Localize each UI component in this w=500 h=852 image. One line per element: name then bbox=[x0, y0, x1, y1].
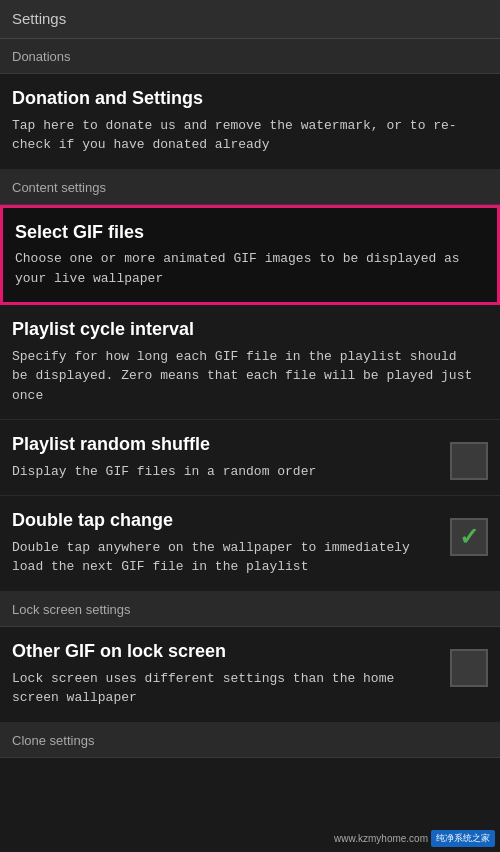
other-gif-lock-screen-title: Other GIF on lock screen bbox=[12, 641, 440, 663]
double-tap-change-item[interactable]: Double tap change Double tap anywhere on… bbox=[0, 496, 500, 592]
donation-settings-title: Donation and Settings bbox=[12, 88, 478, 110]
other-gif-lock-screen-checkbox[interactable] bbox=[450, 649, 488, 687]
watermark-site-text: www.kzmyhome.com bbox=[334, 833, 428, 844]
playlist-random-shuffle-title: Playlist random shuffle bbox=[12, 434, 440, 456]
playlist-random-shuffle-item[interactable]: Playlist random shuffle Display the GIF … bbox=[0, 420, 500, 496]
select-gif-files-title: Select GIF files bbox=[15, 222, 475, 244]
playlist-random-shuffle-checkbox[interactable] bbox=[450, 442, 488, 480]
content-settings-header-text: Content settings bbox=[12, 180, 106, 195]
title-bar-text: Settings bbox=[12, 10, 66, 27]
clone-settings-header-text: Clone settings bbox=[12, 733, 94, 748]
other-gif-lock-screen-item[interactable]: Other GIF on lock screen Lock screen use… bbox=[0, 627, 500, 723]
other-gif-lock-screen-content: Other GIF on lock screen Lock screen use… bbox=[12, 641, 450, 708]
playlist-cycle-interval-content: Playlist cycle interval Specify for how … bbox=[12, 319, 488, 405]
clone-settings-section-header: Clone settings bbox=[0, 723, 500, 758]
playlist-cycle-interval-title: Playlist cycle interval bbox=[12, 319, 478, 341]
other-gif-lock-screen-description: Lock screen uses different settings than… bbox=[12, 669, 440, 708]
donation-settings-description: Tap here to donate us and remove the wat… bbox=[12, 116, 478, 155]
select-gif-files-item[interactable]: Select GIF files Choose one or more anim… bbox=[0, 205, 500, 306]
double-tap-change-checkbox[interactable]: ✓ bbox=[450, 518, 488, 556]
lock-screen-settings-header-text: Lock screen settings bbox=[12, 602, 131, 617]
content-settings-section-header: Content settings bbox=[0, 170, 500, 205]
title-bar: Settings bbox=[0, 0, 500, 39]
double-tap-change-title: Double tap change bbox=[12, 510, 440, 532]
double-tap-change-content: Double tap change Double tap anywhere on… bbox=[12, 510, 450, 577]
donation-settings-content: Donation and Settings Tap here to donate… bbox=[12, 88, 488, 155]
select-gif-files-content: Select GIF files Choose one or more anim… bbox=[15, 222, 485, 289]
donation-settings-item[interactable]: Donation and Settings Tap here to donate… bbox=[0, 74, 500, 170]
playlist-cycle-interval-description: Specify for how long each GIF file in th… bbox=[12, 347, 478, 406]
watermark-area: www.kzmyhome.com 纯净系统之家 bbox=[334, 830, 495, 847]
select-gif-files-description: Choose one or more animated GIF images t… bbox=[15, 249, 475, 288]
double-tap-change-description: Double tap anywhere on the wallpaper to … bbox=[12, 538, 440, 577]
donations-section-header: Donations bbox=[0, 39, 500, 74]
playlist-cycle-interval-item[interactable]: Playlist cycle interval Specify for how … bbox=[0, 305, 500, 420]
playlist-random-shuffle-content: Playlist random shuffle Display the GIF … bbox=[12, 434, 450, 481]
watermark-badge-text: 纯净系统之家 bbox=[431, 830, 495, 847]
playlist-random-shuffle-description: Display the GIF files in a random order bbox=[12, 462, 440, 482]
lock-screen-settings-section-header: Lock screen settings bbox=[0, 592, 500, 627]
checkmark-icon: ✓ bbox=[459, 523, 479, 551]
donations-header-text: Donations bbox=[12, 49, 71, 64]
